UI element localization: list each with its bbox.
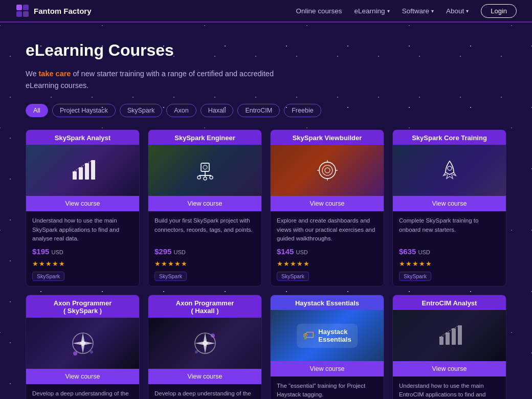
card-stars: ★★★★★ bbox=[277, 260, 378, 268]
svg-point-13 bbox=[210, 176, 213, 179]
card-body: Develop a deep understanding of the Axon… bbox=[26, 384, 139, 399]
svg-point-30 bbox=[195, 350, 198, 353]
filter-axon[interactable]: Axon bbox=[166, 104, 196, 117]
card-body: Understand how to use the main EntroCIM … bbox=[393, 376, 506, 399]
elearning-chevron-icon: ▾ bbox=[387, 8, 390, 14]
svg-point-15 bbox=[319, 162, 336, 179]
filter-project-haystack[interactable]: Project Haystack bbox=[52, 104, 116, 117]
view-course-button[interactable]: View course bbox=[148, 196, 261, 211]
view-course-button[interactable]: View course bbox=[271, 196, 384, 211]
card-price: $295 USD bbox=[154, 247, 255, 256]
nav-elearning[interactable]: eLearning ▾ bbox=[354, 7, 390, 15]
tag[interactable]: SkySpark bbox=[32, 272, 64, 281]
software-chevron-icon: ▾ bbox=[431, 8, 434, 14]
card-title: SkySpark Viewbuilder bbox=[271, 130, 384, 145]
page-subtitle: We take care of new starter training wit… bbox=[26, 68, 281, 92]
card-image: 🏷 HaystackEssentials bbox=[271, 310, 384, 361]
course-card-haystack-essentials: Haystack Essentials 🏷 HaystackEssentials… bbox=[270, 295, 384, 399]
filter-freebie[interactable]: Freebie bbox=[284, 104, 321, 117]
card-description: Explore and create dashboards and views … bbox=[277, 216, 378, 243]
filter-skyspark[interactable]: SkySpark bbox=[120, 104, 163, 117]
about-chevron-icon: ▾ bbox=[466, 8, 469, 14]
view-course-button[interactable]: View course bbox=[148, 369, 261, 384]
tag[interactable]: SkySpark bbox=[154, 272, 187, 281]
svg-rect-32 bbox=[446, 332, 450, 345]
nav-about[interactable]: About ▾ bbox=[446, 7, 469, 15]
tag[interactable]: SkySpark bbox=[277, 272, 309, 281]
svg-point-11 bbox=[197, 176, 201, 179]
card-description: The "essential" training for Project Hay… bbox=[277, 382, 378, 399]
card-description: Understand how to use the main SkySpark … bbox=[32, 216, 133, 243]
nav-software[interactable]: Software ▾ bbox=[402, 7, 434, 15]
svg-point-14 bbox=[203, 165, 207, 169]
axon-haxall-icon bbox=[187, 325, 223, 361]
svg-point-12 bbox=[204, 177, 207, 180]
filter-all[interactable]: All bbox=[26, 104, 48, 117]
svg-rect-34 bbox=[458, 325, 462, 345]
card-image bbox=[393, 310, 506, 361]
card-image bbox=[271, 145, 384, 196]
view-course-button[interactable]: View course bbox=[26, 369, 139, 384]
svg-rect-33 bbox=[452, 328, 456, 345]
course-card-axon-skyspark: Axon Programmer( SkySpark ) View cou bbox=[26, 295, 140, 399]
svg-rect-2 bbox=[16, 11, 22, 17]
card-body: Build your first SkySpark project with c… bbox=[148, 211, 261, 286]
course-card-entrocim-analyst: EntroCIM Analyst View course Understand … bbox=[392, 295, 506, 399]
card-description: Develop a deep understanding of the Axon… bbox=[32, 389, 133, 399]
card-body: Understand how to use the main SkySpark … bbox=[26, 211, 139, 286]
card-description: Understand how to use the main EntroCIM … bbox=[399, 382, 500, 399]
engineer-icon bbox=[191, 156, 219, 185]
tag[interactable]: SkySpark bbox=[399, 272, 431, 281]
card-title: EntroCIM Analyst bbox=[393, 295, 506, 310]
card-description: Develop a deep understanding of the Axon… bbox=[154, 389, 255, 399]
svg-point-29 bbox=[211, 334, 215, 338]
login-button[interactable]: Login bbox=[481, 4, 517, 18]
axon-sky-icon bbox=[65, 325, 101, 361]
main-content: eLearning Courses We take care of new st… bbox=[0, 23, 532, 399]
card-title: Axon Programmer( SkySpark ) bbox=[26, 295, 139, 318]
card-image bbox=[393, 145, 506, 196]
svg-rect-0 bbox=[16, 5, 22, 10]
view-course-button[interactable]: View course bbox=[393, 196, 506, 211]
core-icon bbox=[436, 157, 463, 184]
card-price: $145 USD bbox=[277, 247, 378, 256]
svg-rect-1 bbox=[23, 5, 29, 10]
svg-rect-5 bbox=[79, 167, 83, 180]
svg-rect-6 bbox=[85, 163, 89, 180]
card-tags: SkySpark bbox=[399, 272, 500, 281]
course-grid: SkySpark Analyst View course Understand … bbox=[26, 129, 506, 399]
card-title: SkySpark Core Training bbox=[393, 130, 506, 145]
view-course-button[interactable]: View course bbox=[271, 361, 384, 376]
page-title: eLearning Courses bbox=[26, 41, 506, 60]
card-stars: ★★★★★ bbox=[154, 260, 255, 268]
view-course-button[interactable]: View course bbox=[393, 361, 506, 376]
card-tags: SkySpark bbox=[277, 272, 378, 281]
card-title: SkySpark Analyst bbox=[26, 130, 139, 145]
haystack-logo-text: HaystackEssentials bbox=[318, 328, 351, 344]
course-card-skyspark-analyst: SkySpark Analyst View course Understand … bbox=[26, 129, 140, 286]
card-body: Explore and create dashboards and views … bbox=[271, 211, 384, 286]
card-title: Axon Programmer( Haxall ) bbox=[148, 295, 261, 318]
card-price: $195 USD bbox=[32, 247, 133, 256]
logo-icon bbox=[15, 4, 30, 18]
nav-online-courses[interactable]: Online courses bbox=[296, 7, 342, 15]
filter-tabs: All Project Haystack SkySpark Axon Haxal… bbox=[26, 104, 506, 117]
svg-rect-3 bbox=[23, 11, 29, 17]
course-card-skyspark-core: SkySpark Core Training View course Compl… bbox=[392, 129, 506, 286]
card-body: Develop a deep understanding of the Axon… bbox=[148, 384, 261, 399]
logo[interactable]: Fantom Factory bbox=[15, 4, 92, 18]
card-image bbox=[148, 145, 261, 196]
card-body: Complete SkySpark training to onboard ne… bbox=[393, 211, 506, 286]
view-course-button[interactable]: View course bbox=[26, 196, 139, 211]
card-price: $635 USD bbox=[399, 247, 500, 256]
card-body: The "essential" training for Project Hay… bbox=[271, 376, 384, 399]
filter-haxall[interactable]: Haxall bbox=[201, 104, 234, 117]
filter-entrocim[interactable]: EntroCIM bbox=[237, 104, 280, 117]
svg-point-22 bbox=[448, 166, 452, 170]
card-tags: SkySpark bbox=[154, 272, 255, 281]
svg-rect-8 bbox=[201, 163, 209, 171]
brand-name: Fantom Factory bbox=[34, 7, 92, 15]
svg-rect-4 bbox=[73, 171, 77, 180]
card-title: Haystack Essentials bbox=[271, 295, 384, 310]
svg-point-25 bbox=[73, 351, 77, 356]
